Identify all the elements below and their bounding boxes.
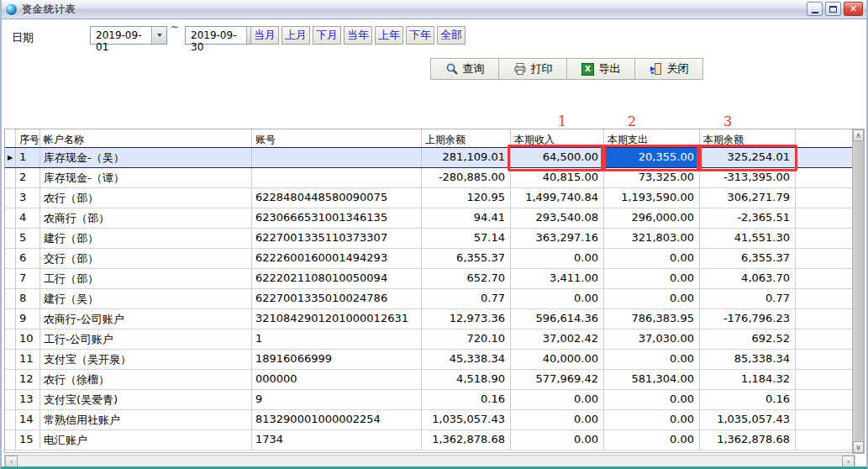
cell-prev[interactable]: 1,362,878.68 [422,430,511,450]
cell-account[interactable]: 1 [252,329,422,349]
table-row[interactable]: 8建行（吴）62270013350100247860.770.000.000.7… [5,289,856,309]
cell-prev[interactable]: 281,109.01 [422,148,511,167]
cell-account[interactable]: 6227001335110373307 [252,229,422,248]
cell-expense[interactable]: 1,193,590.00 [604,188,700,208]
chevron-down-icon[interactable] [151,27,166,44]
cell-name[interactable]: 常熟信用社账户 [40,410,252,429]
cell-prev[interactable]: 720.10 [422,329,511,349]
cell-balance[interactable]: 692.52 [700,329,796,349]
cell-expense[interactable]: 321,803.00 [604,229,700,248]
cell-prev[interactable]: 1,035,057.43 [422,410,511,429]
cell-expense[interactable]: 0.00 [604,249,700,268]
cell-expense[interactable]: 0.00 [604,350,700,369]
cell-balance[interactable]: 0.16 [700,390,796,409]
cell-income[interactable]: 293,540.08 [511,208,604,228]
table-row[interactable]: 5建行（邵）622700133511037330757.14363,297.16… [5,229,856,249]
cell-seq[interactable]: 8 [16,289,40,308]
cell-account[interactable] [252,148,422,167]
column-header-prev[interactable]: 上期余额 [422,129,511,147]
cell-prev[interactable]: -280,885.00 [422,168,511,187]
cell-balance[interactable]: 0.77 [700,289,796,308]
cell-account[interactable]: 000000 [252,370,422,389]
table-row[interactable]: 14常熟信用社账户8132900010000022541,035,057.430… [5,410,856,430]
cell-name[interactable]: 农行（邵） [40,188,252,208]
cell-seq[interactable]: 4 [16,208,40,228]
cell-prev[interactable]: 12,973.36 [422,309,511,329]
cell-seq[interactable]: 1 [16,148,40,167]
range-button-5[interactable]: 下年 [406,26,434,45]
cell-income[interactable]: 1,499,740.84 [511,188,604,208]
table-row[interactable]: 3农行（邵）6228480448580090075120.951,499,740… [5,188,856,208]
table-row[interactable]: 4农商行（邵）623066653100134613594.41293,540.0… [5,208,856,229]
cell-income[interactable]: 3,411.00 [511,269,604,288]
close-button[interactable]: 关闭 [634,58,703,80]
cell-balance[interactable]: -2,365.51 [700,208,796,228]
cell-name[interactable]: 电汇账户 [40,430,252,450]
table-row[interactable]: 7工行（邵）6222021108010050094652.703,411.000… [5,269,856,289]
cell-prev[interactable]: 57.14 [422,229,511,248]
range-button-3[interactable]: 当年 [344,26,372,45]
range-button-4[interactable]: 上年 [375,26,403,45]
scroll-up-button[interactable]: ∧ [853,129,864,141]
cell-name[interactable]: 建行（邵） [40,229,252,248]
cell-expense[interactable]: 37,030.00 [604,329,700,349]
horizontal-scrollbar[interactable]: ‹ › [4,455,855,468]
cell-account[interactable]: 18916066999 [252,350,422,369]
table-row[interactable]: 12农行（徐榴）0000004,518.90577,969.42581,304.… [5,370,856,390]
cell-account[interactable]: 6228480448580090075 [252,188,422,208]
cell-seq[interactable]: 9 [16,309,40,329]
cell-seq[interactable]: 2 [16,168,40,187]
cell-account[interactable]: 6230666531001346135 [252,208,422,228]
cell-account[interactable]: 6222600160001494293 [252,249,422,268]
cell-expense[interactable]: 0.00 [604,269,700,288]
column-header-name[interactable]: 帐户名称 [40,129,252,147]
cell-seq[interactable]: 10 [16,329,40,349]
cell-seq[interactable]: 14 [16,410,40,429]
cell-income[interactable]: 577,969.42 [511,370,604,389]
cell-prev[interactable]: 0.16 [422,390,511,409]
cell-balance[interactable]: 41,551.30 [700,229,796,248]
cell-seq[interactable]: 6 [16,249,40,268]
table-row[interactable]: 9农商行-公司账户321084290120100001263112,973.36… [5,309,856,329]
cell-seq[interactable]: 3 [16,188,40,208]
vertical-scrollbar[interactable]: ∧ ∨ [852,129,865,454]
cell-seq[interactable]: 5 [16,229,40,248]
maximize-button[interactable] [825,2,841,16]
cell-name[interactable]: 农商行（邵） [40,208,252,228]
cell-name[interactable]: 农商行-公司账户 [40,309,252,329]
cell-account[interactable]: 1734 [252,430,422,450]
cell-income[interactable]: 0.00 [511,390,604,409]
cell-name[interactable]: 支付宝（吴开泉） [40,350,252,369]
cell-seq[interactable]: 11 [16,350,40,369]
date-from-picker[interactable]: 2019-09-01 [90,26,167,45]
cell-balance[interactable]: -176,796.23 [700,309,796,329]
cell-income[interactable]: 40,000.00 [511,350,604,369]
cell-prev[interactable]: 120.95 [422,188,511,208]
cell-balance[interactable]: 1,035,057.43 [700,410,796,429]
range-button-1[interactable]: 上月 [281,26,310,45]
cell-expense[interactable]: 296,000.00 [604,208,700,228]
cell-prev[interactable]: 4,518.90 [422,370,511,389]
scroll-down-button[interactable]: ∨ [853,441,864,453]
cell-prev[interactable]: 0.77 [422,289,511,308]
scroll-right-button[interactable]: › [842,456,855,467]
cell-name[interactable]: 工行-公司账户 [40,329,252,349]
print-button[interactable]: 打印 [498,58,567,80]
cell-balance[interactable]: 85,338.34 [700,350,796,369]
close-button[interactable]: ✕ [844,2,863,16]
table-row[interactable]: 11支付宝（吴开泉）1891606699945,338.3440,000.000… [5,350,856,370]
minimize-button[interactable] [807,2,823,16]
cell-expense[interactable]: 0.00 [604,390,700,409]
range-button-0[interactable]: 当月 [250,26,279,45]
cell-account[interactable]: 813290001000002254 [252,410,422,429]
cell-prev[interactable]: 6,355.37 [422,249,511,268]
cell-account[interactable] [252,168,422,187]
cell-balance[interactable]: 4,063.70 [700,269,796,288]
column-header-seq[interactable]: 序号 [16,129,40,147]
cell-account[interactable]: 6227001335010024786 [252,289,422,308]
cell-expense[interactable]: 581,304.00 [604,370,700,389]
cell-expense[interactable]: 0.00 [604,430,700,450]
cell-income[interactable]: 0.00 [511,410,604,429]
range-button-2[interactable]: 下月 [313,26,341,45]
cell-expense[interactable]: 786,383.95 [604,309,700,329]
